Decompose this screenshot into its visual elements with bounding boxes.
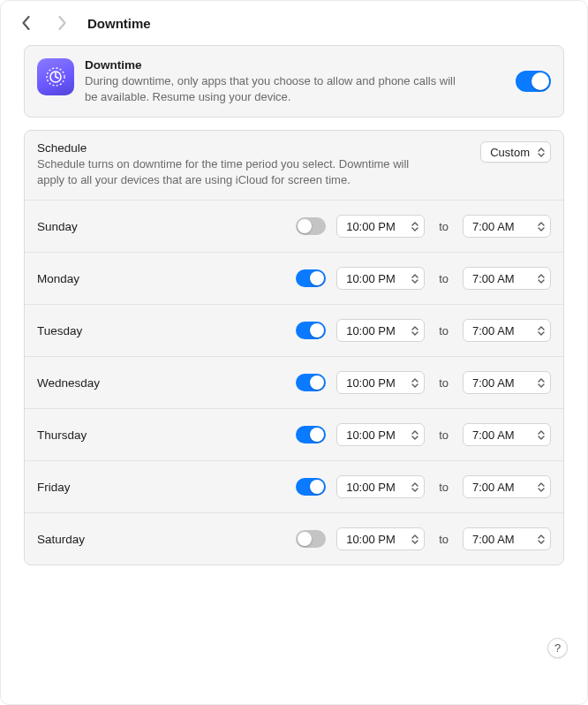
chevron-up-down-icon <box>409 428 420 442</box>
from-time-field[interactable]: 10:00 PM <box>336 423 425 446</box>
day-row: Wednesday10:00 PMto7:00 AM <box>25 357 563 409</box>
chevron-up-down-icon <box>535 271 547 285</box>
to-time-field[interactable]: 7:00 AM <box>463 319 551 342</box>
chevron-up-down-icon <box>535 532 547 546</box>
card-description: During downtime, only apps that you choo… <box>85 73 456 104</box>
day-label: Friday <box>37 481 285 494</box>
schedule-card: Schedule Schedule turns on downtime for … <box>24 130 564 565</box>
day-label: Thursday <box>37 428 285 442</box>
to-time-value: 7:00 AM <box>472 481 515 494</box>
back-button[interactable] <box>13 11 40 34</box>
day-row: Thursday10:00 PMto7:00 AM <box>25 409 563 461</box>
chevron-up-down-icon <box>535 480 547 494</box>
from-time-field[interactable]: 10:00 PM <box>336 215 425 238</box>
to-time-field[interactable]: 7:00 AM <box>463 215 551 238</box>
help-button[interactable]: ? <box>547 638 568 658</box>
schedule-mode-select[interactable]: Custom <box>480 141 551 163</box>
chevron-up-down-icon <box>409 532 420 546</box>
to-label: to <box>435 428 452 442</box>
chevron-up-down-icon <box>535 323 547 337</box>
day-toggle[interactable] <box>296 322 326 339</box>
card-title: Downtime <box>85 58 505 72</box>
chevron-up-down-icon <box>409 375 420 390</box>
to-time-value: 7:00 AM <box>472 533 515 546</box>
schedule-description: Schedule turns on downtime for the time … <box>37 156 417 187</box>
day-row: Monday10:00 PMto7:00 AM <box>25 253 563 305</box>
chevron-up-down-icon <box>535 145 547 159</box>
schedule-title: Schedule <box>37 141 471 155</box>
day-toggle[interactable] <box>296 217 326 235</box>
to-time-value: 7:00 AM <box>472 220 515 233</box>
to-label: to <box>435 481 452 494</box>
day-row: Friday10:00 PMto7:00 AM <box>25 461 563 513</box>
navigation-bar: Downtime <box>1 1 587 42</box>
day-toggle[interactable] <box>296 269 326 287</box>
to-label: to <box>435 376 452 390</box>
from-time-field[interactable]: 10:00 PM <box>336 267 425 290</box>
to-label: to <box>435 220 452 233</box>
to-time-value: 7:00 AM <box>472 376 515 390</box>
from-time-field[interactable]: 10:00 PM <box>336 475 425 498</box>
day-label: Wednesday <box>37 376 285 390</box>
chevron-up-down-icon <box>409 271 420 285</box>
day-label: Monday <box>37 272 285 285</box>
day-toggle[interactable] <box>296 478 326 496</box>
chevron-up-down-icon <box>409 480 420 494</box>
day-toggle[interactable] <box>296 426 326 443</box>
from-time-value: 10:00 PM <box>346 272 396 285</box>
chevron-up-down-icon <box>409 323 420 337</box>
day-label: Sunday <box>37 220 285 233</box>
downtime-toggle[interactable] <box>516 71 551 92</box>
day-label: Tuesday <box>37 324 285 337</box>
day-row: Sunday10:00 PMto7:00 AM <box>25 201 563 253</box>
from-time-value: 10:00 PM <box>346 481 396 494</box>
to-time-field[interactable]: 7:00 AM <box>463 527 551 550</box>
forward-button[interactable] <box>49 11 75 34</box>
from-time-value: 10:00 PM <box>346 376 396 390</box>
downtime-icon <box>37 58 74 95</box>
chevron-up-down-icon <box>535 219 547 233</box>
to-time-field[interactable]: 7:00 AM <box>463 371 551 394</box>
downtime-card: Downtime During downtime, only apps that… <box>24 45 564 118</box>
to-time-field[interactable]: 7:00 AM <box>463 423 551 446</box>
day-toggle[interactable] <box>296 374 326 391</box>
to-label: to <box>435 324 452 337</box>
from-time-value: 10:00 PM <box>346 428 396 442</box>
to-time-value: 7:00 AM <box>472 272 515 285</box>
from-time-value: 10:00 PM <box>346 324 396 337</box>
day-row: Saturday10:00 PMto7:00 AM <box>25 513 563 565</box>
chevron-up-down-icon <box>535 375 547 390</box>
from-time-field[interactable]: 10:00 PM <box>336 527 425 550</box>
page-title: Downtime <box>87 16 151 31</box>
to-time-value: 7:00 AM <box>472 324 515 337</box>
day-label: Saturday <box>37 533 285 546</box>
chevron-up-down-icon <box>409 219 420 233</box>
to-time-field[interactable]: 7:00 AM <box>463 475 551 498</box>
to-label: to <box>435 272 452 285</box>
help-icon: ? <box>554 641 561 655</box>
to-time-field[interactable]: 7:00 AM <box>463 267 551 290</box>
day-toggle[interactable] <box>296 530 326 548</box>
from-time-field[interactable]: 10:00 PM <box>336 371 425 394</box>
from-time-value: 10:00 PM <box>346 533 396 546</box>
from-time-field[interactable]: 10:00 PM <box>336 319 425 342</box>
chevron-up-down-icon <box>535 428 547 442</box>
day-row: Tuesday10:00 PMto7:00 AM <box>25 305 563 357</box>
to-label: to <box>435 533 452 546</box>
from-time-value: 10:00 PM <box>346 220 396 233</box>
schedule-mode-value: Custom <box>490 146 530 159</box>
to-time-value: 7:00 AM <box>472 428 515 442</box>
